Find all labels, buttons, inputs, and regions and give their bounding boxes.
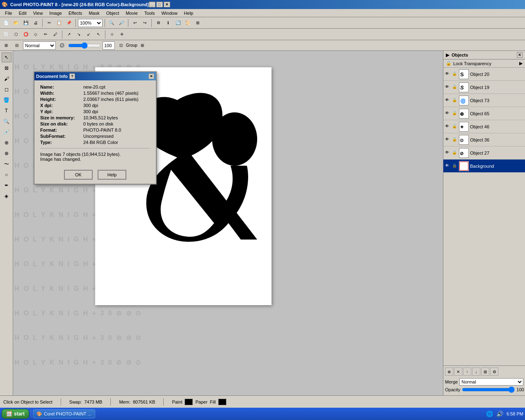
opacity-value-input[interactable] <box>103 41 115 50</box>
zoom-in-button[interactable]: 🔍 <box>107 18 116 27</box>
undo-button[interactable]: ↩ <box>130 18 139 27</box>
expand-objects-btn[interactable]: ▶ <box>446 52 449 58</box>
start-button[interactable]: 🪟 start <box>2 409 29 419</box>
opacity-slider[interactable] <box>462 387 515 392</box>
node-tool[interactable]: ◈ <box>2 191 11 201</box>
visibility-icon-65[interactable]: 👁 <box>445 111 451 116</box>
menu-object[interactable]: Object <box>103 10 123 16</box>
tool-opt-1[interactable]: ⊞ <box>2 41 11 50</box>
tool-opt-2[interactable]: ⊟ <box>12 41 21 50</box>
print-button[interactable]: 🖨 <box>31 18 40 27</box>
opacity-slider-toolbar[interactable] <box>68 41 101 50</box>
object-row-36[interactable]: 👁 🔒 ⊙ Object 36 <box>443 133 525 146</box>
scripts-btn[interactable]: 📜 <box>183 18 192 27</box>
copy-button[interactable]: 📋 <box>55 18 64 27</box>
visibility-icon-27[interactable]: 👁 <box>445 150 451 156</box>
object-row-bg[interactable]: 👁 🔒 Background <box>443 160 525 173</box>
blend-tool[interactable]: ⊗ <box>2 148 11 158</box>
merge-mode-select[interactable]: Normal Multiply Screen <box>459 378 523 386</box>
path-btn2[interactable]: ↘ <box>74 30 83 39</box>
menu-help[interactable]: Help <box>181 10 197 16</box>
open-button[interactable]: 📂 <box>11 18 21 27</box>
pen-tool[interactable]: ✒ <box>2 180 11 190</box>
combine-btn[interactable]: ⊞ <box>481 368 489 376</box>
tool-opt-4[interactable]: ⊡ <box>116 41 126 50</box>
object-row-27[interactable]: 👁 🔒 ⊘ Object 27 <box>443 146 525 160</box>
paste-button[interactable]: 📌 <box>64 18 73 27</box>
paint-color-swatch[interactable] <box>185 399 193 405</box>
eraser-tool[interactable]: ◻ <box>2 84 11 94</box>
visibility-icon-36[interactable]: 👁 <box>445 137 451 143</box>
close-objects-btn[interactable]: ✕ <box>517 52 523 58</box>
resample-btn[interactable]: ⊞ <box>193 18 202 27</box>
maximize-button[interactable]: □ <box>156 2 163 7</box>
draw-btn2[interactable]: ⬡ <box>11 30 21 39</box>
menu-view[interactable]: View <box>30 10 46 16</box>
magnify-tool[interactable]: 🔍 <box>2 116 11 126</box>
new-object-btn[interactable]: ⊕ <box>445 368 453 376</box>
text-tool[interactable]: T <box>2 106 11 116</box>
dialog-help-icon[interactable]: ? <box>69 73 75 79</box>
smear-tool[interactable]: 〜 <box>2 159 11 169</box>
lock-transparency-expand[interactable]: ▶ <box>519 61 523 66</box>
move-down-btn[interactable]: ↓ <box>472 368 480 376</box>
visibility-icon-73[interactable]: 👁 <box>445 98 451 103</box>
visibility-icon-20[interactable]: 👁 <box>445 71 451 77</box>
group-btn[interactable]: Group <box>127 41 136 50</box>
draw-btn5[interactable]: ✏ <box>41 30 50 39</box>
select-tool[interactable]: ↖ <box>2 52 11 62</box>
menu-file[interactable]: File <box>2 10 16 16</box>
minimize-button[interactable]: _ <box>149 2 155 7</box>
dialog-close-button[interactable]: ✕ <box>148 73 154 79</box>
menu-effects[interactable]: Effects <box>65 10 85 16</box>
menu-tools[interactable]: Tools <box>141 10 158 16</box>
path-btn4[interactable]: ↖ <box>94 30 103 39</box>
select-btn[interactable]: ⊹ <box>107 30 116 39</box>
save-button[interactable]: 💾 <box>21 18 30 27</box>
rotate-btn[interactable]: 🔄 <box>173 18 183 27</box>
zoom-out-button[interactable]: 🔎 <box>117 18 126 27</box>
visibility-icon-bg[interactable]: 👁 <box>445 163 451 169</box>
tool-opt-5[interactable]: ⊞ <box>138 41 147 50</box>
object-row-19[interactable]: 👁 🔒 S Object 19 <box>443 81 525 94</box>
menu-window[interactable]: Window <box>158 10 180 16</box>
path-btn1[interactable]: ↗ <box>64 30 73 39</box>
help-button[interactable]: Help <box>98 170 126 180</box>
path-btn3[interactable]: ↙ <box>84 30 93 39</box>
menu-mask[interactable]: Mask <box>85 10 103 16</box>
visibility-icon-19[interactable]: 👁 <box>445 84 451 90</box>
close-button[interactable]: ✕ <box>164 2 170 7</box>
paint-tool[interactable]: 🖌 <box>2 74 11 84</box>
taskbar-app-item[interactable]: 🎨 Corel PHOTO-PAINT ... <box>33 409 95 418</box>
object-row-20[interactable]: 👁 🔒 S Object 20 <box>443 68 525 81</box>
object-row-46[interactable]: 👁 🔒 ✦ Object 46 <box>443 120 525 133</box>
cut-button[interactable]: ✂ <box>45 18 54 27</box>
effects-btn[interactable]: ⚙ <box>154 18 163 27</box>
move-up-btn[interactable]: ↑ <box>463 368 471 376</box>
object-row-73[interactable]: 👁 🔒 🌀 Object 73 <box>443 94 525 107</box>
crop-tool[interactable]: ⊠ <box>2 63 11 73</box>
eyedropper-tool[interactable]: 💉 <box>2 127 11 137</box>
redo-button[interactable]: ↪ <box>140 18 149 27</box>
draw-btn3[interactable]: ⭕ <box>21 30 30 39</box>
stamp-tool[interactable]: ⊕ <box>2 138 11 148</box>
properties-btn[interactable]: ⚙ <box>490 368 498 376</box>
new-button[interactable]: 📄 <box>2 18 11 27</box>
menu-edit[interactable]: Edit <box>16 10 30 16</box>
fill-tool[interactable]: 🪣 <box>2 95 11 105</box>
zoom-select[interactable]: 100% 50% 200% <box>78 19 103 27</box>
draw-btn4[interactable]: ◇ <box>31 30 40 39</box>
mode-dropdown[interactable]: Normal <box>23 41 56 50</box>
visibility-icon-46[interactable]: 👁 <box>445 124 451 130</box>
fill-color-swatch[interactable] <box>218 399 226 405</box>
delete-object-btn[interactable]: ✕ <box>454 368 462 376</box>
info-btn[interactable]: ℹ <box>164 18 173 27</box>
ok-button[interactable]: OK <box>64 170 93 180</box>
dodge-tool[interactable]: ○ <box>2 170 11 180</box>
move-btn[interactable]: ✛ <box>117 30 126 39</box>
draw-btn1[interactable]: ⬜ <box>2 30 11 39</box>
menu-image[interactable]: Image <box>46 10 65 16</box>
tool-opt-3[interactable]: 🔘 <box>57 41 66 50</box>
object-row-65[interactable]: 👁 🔒 ⊕ Object 65 <box>443 107 525 120</box>
menu-movie[interactable]: Movie <box>122 10 141 16</box>
